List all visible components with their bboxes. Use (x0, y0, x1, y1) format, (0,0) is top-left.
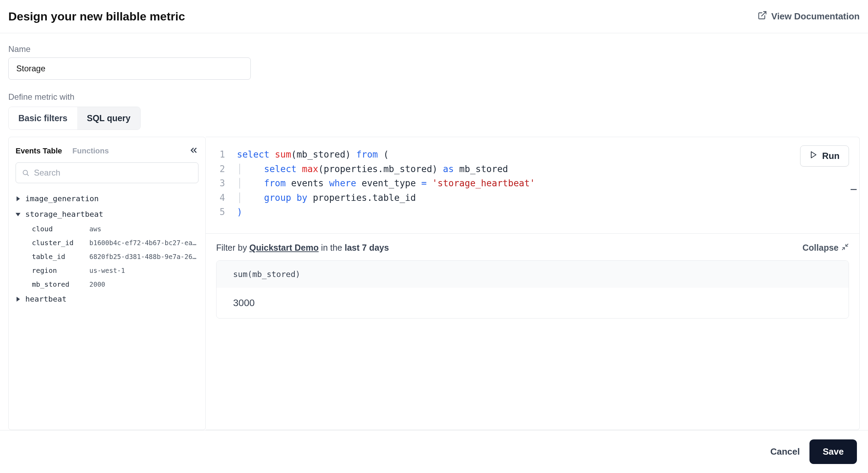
fold-minus-icon[interactable]: − (850, 182, 857, 197)
page-title: Design your new billable metric (8, 10, 185, 23)
tree-item-label: storage_heartbeat (25, 210, 103, 218)
events-tree: image_generationstorage_heartbeatcloudaw… (16, 191, 198, 307)
code-line: 2│ select max(properties.mb_stored) as m… (220, 162, 845, 177)
tab-sql-query[interactable]: SQL query (77, 107, 140, 130)
svg-point-1 (23, 170, 28, 175)
define-tab-group: Basic filters SQL query (8, 107, 141, 130)
line-number: 5 (220, 205, 237, 220)
code-text: │ group by properties.table_id (237, 191, 416, 205)
property-key: cluster_id (32, 239, 84, 247)
code-line: 3│ from events where event_type = 'stora… (220, 176, 845, 191)
property-value: aws (89, 225, 101, 233)
tree-item[interactable]: storage_heartbeat (16, 206, 198, 222)
filter-range: last 7 days (345, 243, 389, 252)
tree-item-label: heartbeat (25, 295, 67, 303)
cancel-button[interactable]: Cancel (770, 446, 800, 457)
sql-editor[interactable]: 1select sum(mb_stored) from (2│ select m… (220, 148, 845, 220)
view-documentation-link[interactable]: View Documentation (758, 10, 860, 23)
property-value: us-west-1 (89, 267, 125, 274)
property-value: 2000 (89, 280, 105, 288)
code-text: select sum(mb_stored) from ( (237, 148, 389, 162)
results-column-header: sum(mb_stored) (216, 261, 849, 288)
code-text: ) (237, 205, 242, 220)
property-row[interactable]: regionus-west-1 (25, 264, 198, 277)
code-line: 1select sum(mb_stored) from ( (220, 148, 845, 162)
line-number: 2 (220, 162, 237, 177)
property-key: region (32, 266, 84, 275)
line-number: 4 (220, 191, 237, 205)
tree-item[interactable]: image_generation (16, 191, 198, 206)
code-line: 4│ group by properties.table_id (220, 191, 845, 205)
svg-marker-3 (17, 196, 20, 201)
svg-line-8 (842, 248, 844, 250)
name-input[interactable] (8, 57, 251, 80)
property-key: table_id (32, 252, 84, 261)
collapse-sidebar-icon[interactable] (189, 145, 198, 156)
property-value: b1600b4c-ef72-4b67-bc27-eac... (89, 239, 198, 247)
tree-item[interactable]: heartbeat (16, 291, 198, 307)
property-row[interactable]: table_id6820fb25-d381-488b-9e7a-261... (25, 250, 198, 264)
svg-marker-6 (811, 152, 816, 158)
code-text: │ from events where event_type = 'storag… (237, 176, 535, 191)
property-row[interactable]: mb_stored2000 (25, 277, 198, 291)
tab-basic-filters[interactable]: Basic filters (9, 107, 77, 130)
property-key: cloud (32, 225, 84, 233)
sidebar-tab-functions[interactable]: Functions (72, 146, 109, 155)
sidebar-tab-events[interactable]: Events Table (16, 146, 62, 155)
play-icon (809, 151, 818, 161)
schema-sidebar: Events Table Functions im (8, 137, 206, 430)
results-value: 3000 (216, 288, 849, 318)
results-table: sum(mb_stored) 3000 (216, 260, 849, 319)
search-wrap (16, 162, 198, 183)
define-with-label: Define metric with (8, 92, 860, 102)
property-key: mb_stored (32, 280, 84, 288)
line-number: 1 (220, 148, 237, 162)
code-pane: Run − 1select sum(mb_stored) from (2│ se… (206, 137, 860, 430)
property-row[interactable]: cluster_idb1600b4c-ef72-4b67-bc27-eac... (25, 236, 198, 250)
run-button[interactable]: Run (800, 145, 849, 167)
collapse-results-button[interactable]: Collapse (803, 243, 849, 253)
doc-link-label: View Documentation (771, 11, 860, 22)
svg-marker-5 (17, 297, 20, 302)
svg-line-7 (846, 244, 848, 246)
code-line: 5) (220, 205, 845, 220)
page-footer: Cancel Save (0, 430, 868, 473)
caret-down-icon (16, 212, 20, 217)
svg-line-0 (761, 12, 766, 16)
line-number: 3 (220, 176, 237, 191)
page-header: Design your new billable metric View Doc… (0, 0, 868, 33)
code-text: │ select max(properties.mb_stored) as mb… (237, 162, 508, 177)
property-value: 6820fb25-d381-488b-9e7a-261... (89, 253, 198, 260)
filter-description: Filter by Quickstart Demo in the last 7 … (216, 243, 389, 253)
results-area: Filter by Quickstart Demo in the last 7 … (206, 233, 859, 329)
run-label: Run (822, 151, 840, 161)
name-label: Name (8, 44, 860, 54)
external-link-icon (758, 10, 767, 23)
property-row[interactable]: cloudaws (25, 222, 198, 236)
editor-row: Events Table Functions im (0, 137, 868, 430)
filter-target-link[interactable]: Quickstart Demo (249, 243, 319, 252)
form-area: Name Define metric with Basic filters SQ… (0, 33, 868, 137)
svg-line-2 (27, 174, 28, 176)
tree-item-label: image_generation (25, 194, 99, 203)
caret-right-icon (16, 297, 20, 302)
save-button[interactable]: Save (809, 439, 857, 464)
caret-right-icon (16, 196, 20, 201)
collapse-icon (841, 243, 849, 253)
svg-marker-4 (16, 213, 20, 216)
search-input[interactable] (16, 162, 198, 183)
